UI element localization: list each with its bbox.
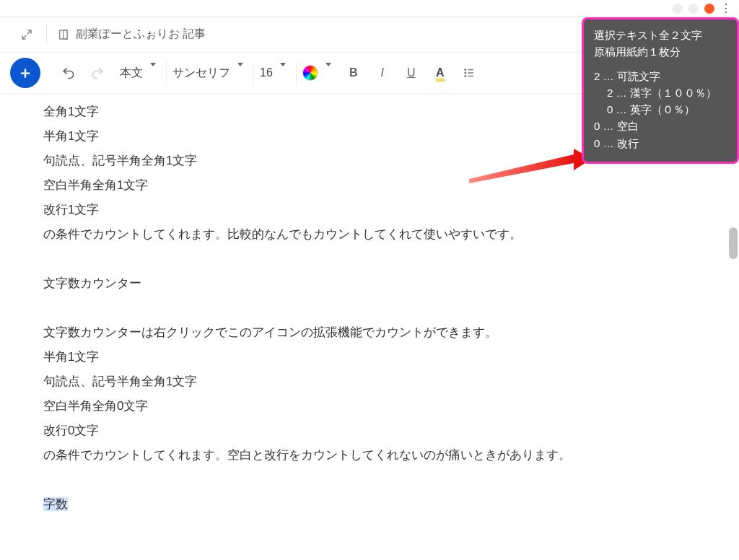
highlight-button[interactable]: A [428,61,452,85]
doc-title: 副業ぽーとふぉりお 記事 [76,27,206,42]
chevron-down-icon [235,66,243,79]
svg-point-3 [465,72,466,74]
redo-button[interactable] [85,61,110,85]
breadcrumb[interactable]: 副業ぽーとふぉりお 記事 [57,27,206,42]
chevron-down-icon [147,66,156,79]
selected-text[interactable]: 字数 [43,497,68,511]
bold-button[interactable]: B [341,61,366,85]
content-line[interactable]: 改行0文字 [43,419,739,443]
content-line[interactable]: の条件でカウントしてくれます。比較的なんでもカウントしてくれて使いやすいです。 [43,222,739,247]
bullet-list-button[interactable] [457,61,481,85]
chevron-down-icon [323,66,331,79]
paragraph-style-label: 本文 [120,66,143,81]
content-line[interactable] [43,468,739,492]
svg-marker-8 [469,149,592,183]
ext-icon[interactable] [688,4,699,14]
paragraph-style-select[interactable]: 本文 [114,61,162,85]
color-wheel-icon [302,65,318,81]
undo-button[interactable] [56,61,81,85]
tooltip-total: 選択テキスト全２文字 [594,27,727,43]
content-line[interactable] [43,296,739,320]
browser-chrome-strip: ⋮ [0,0,739,17]
tooltip-pages: 原稿用紙約１枚分 [594,43,727,60]
content-line[interactable]: の条件でカウントしてくれます。空白と改行をカウントしてくれないのが痛いときがあり… [43,443,739,468]
scrollbar-thumb[interactable] [729,227,738,259]
content-line[interactable]: 文字数カウンターは右クリックでこのアイコンの拡張機能でカウントができます。 [43,320,739,345]
content-line[interactable]: 字数 [43,492,739,517]
content-line[interactable]: 空白半角全角1文字 [43,173,739,198]
chevron-down-icon [277,66,286,79]
tooltip-newline: 0 … 改行 [594,135,727,152]
ext-icon[interactable] [673,4,683,14]
underline-button[interactable]: U [399,61,424,85]
add-button[interactable]: ＋ [10,58,40,88]
avatar-icon[interactable] [704,4,714,14]
tooltip-eiji: 0 … 英字（０％） [594,101,727,118]
content-line[interactable] [43,247,739,271]
svg-rect-1 [64,30,67,39]
italic-button[interactable]: I [370,61,395,85]
font-family-label: サンセリフ [172,66,230,81]
page-icon [57,28,70,41]
tooltip-kanji: 2 … 漢字（１００％） [594,84,727,101]
content-line[interactable]: 文字数カウンター [43,271,739,296]
content-line[interactable]: 改行1文字 [43,198,739,222]
font-size-label: 16 [260,66,273,79]
svg-point-2 [465,69,466,71]
tooltip-readable: 2 … 可読文字 [594,68,727,84]
annotation-arrow-icon [469,149,592,185]
tooltip-space: 0 … 空白 [594,118,727,134]
text-color-select[interactable] [296,61,337,85]
svg-point-4 [465,76,466,77]
content-line[interactable]: 半角1文字 [43,345,739,369]
font-size-select[interactable]: 16 [253,61,292,85]
font-family-select[interactable]: サンセリフ [166,61,249,85]
separator [46,25,47,44]
fullscreen-button[interactable] [17,25,36,44]
content-line[interactable]: 句読点、記号半角全角1文字 [43,369,739,394]
char-count-tooltip: 選択テキスト全２文字 原稿用紙約１枚分 2 … 可読文字 2 … 漢字（１００％… [582,17,739,164]
menu-dots-icon[interactable]: ⋮ [720,1,732,15]
content-line[interactable]: 空白半角全角0文字 [43,394,739,419]
